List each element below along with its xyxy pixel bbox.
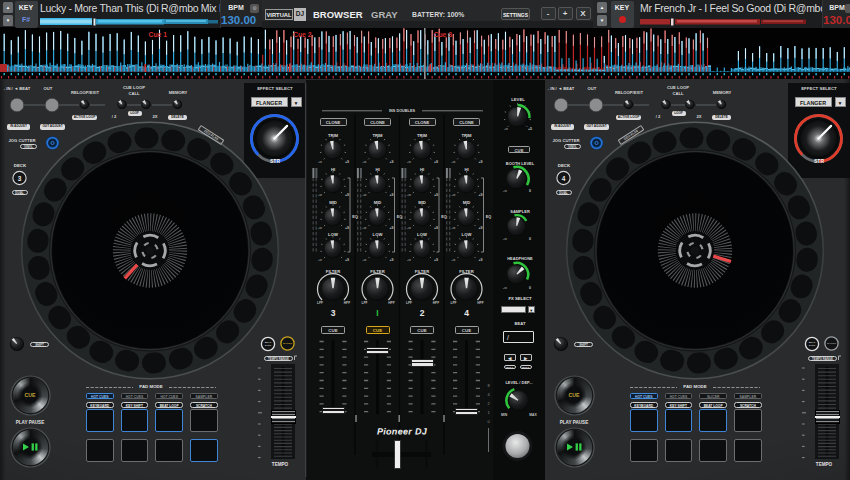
svg-text:1: 1	[487, 410, 490, 415]
svg-text:4: 4	[487, 392, 490, 397]
svg-text:2: 2	[487, 401, 490, 406]
svg-text:Pioneer DJ: Pioneer DJ	[377, 426, 428, 436]
svg-text:0: 0	[487, 419, 490, 424]
svg-text:8: 8	[487, 383, 490, 388]
